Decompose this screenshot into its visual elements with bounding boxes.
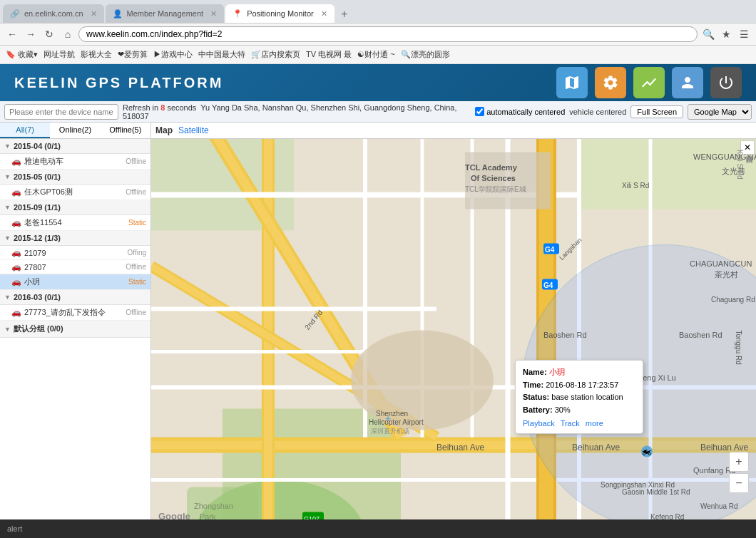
svg-text:Of Sciences: Of Sciences <box>471 174 516 182</box>
bookmark-tv[interactable]: TV 电视网 最 <box>306 49 352 60</box>
tab-member[interactable]: 👤 Member Management ✕ <box>106 4 225 23</box>
back-button[interactable]: ← <box>4 26 20 42</box>
auto-centered-checkbox[interactable] <box>475 107 484 116</box>
popup-time-label: Time: <box>523 381 543 389</box>
device-group-201509: 2015-09 (1/1) 🚗 老爸11554 Static <box>0 200 150 231</box>
map-tabs: Map Satellite <box>151 123 756 139</box>
device-icon-laoba: 🚗 <box>11 218 21 227</box>
header-icons <box>556 67 742 98</box>
bookmark-shop[interactable]: 🛒店内搜索页 <box>251 49 300 60</box>
tab-favicon-eelink: 🔗 <box>10 9 20 19</box>
device-item-renmu[interactable]: 🚗 任木GPT06测 Offline <box>0 185 150 200</box>
google-logo: Google <box>158 511 190 519</box>
popup-more-link[interactable]: more <box>586 419 603 428</box>
search-button[interactable]: 🔍 <box>700 26 716 42</box>
popup-name-label: Name: <box>523 368 547 376</box>
home-button[interactable]: ⌂ <box>60 26 76 42</box>
sidebar-tab-online[interactable]: Online(2) <box>50 123 100 138</box>
tab-positioning[interactable]: 📍 Positioning Monitor ✕ <box>225 4 334 23</box>
device-group-201504: 2015-04 (0/1) 🚗 雅迪电动车 Offline <box>0 139 150 170</box>
bookmark-video[interactable]: 影视大全 <box>81 49 112 60</box>
map-background[interactable]: Langshan Rd Meng Xi Lu Baoshen Rd Baoshe… <box>151 139 756 519</box>
sidebar-tab-all[interactable]: All(7) <box>0 123 50 138</box>
alert-bar: alert <box>0 519 756 538</box>
refresh-button[interactable]: ↻ <box>41 26 57 42</box>
user-icon-button[interactable] <box>672 67 703 98</box>
tab-close-eelink[interactable]: ✕ <box>91 9 97 19</box>
chart-icon-button[interactable] <box>633 67 665 98</box>
bookmark-cn[interactable]: 中中国最大特 <box>198 49 245 60</box>
map-type-select[interactable]: Google Map <box>688 104 752 120</box>
zoom-in-button[interactable]: + <box>729 452 749 472</box>
svg-text:Beihuan Ave: Beihuan Ave <box>700 443 748 452</box>
new-tab-button[interactable]: + <box>336 6 353 23</box>
bookmark-shapes[interactable]: 🔍漂亮的圆形 <box>401 49 450 60</box>
popup-status-row: Status: base station location <box>523 391 635 404</box>
sidebar-tab-offline[interactable]: Offline(5) <box>101 123 150 138</box>
popup-links: Playback Track more <box>523 419 635 428</box>
toolbar-right: automatically centered vehicle centered … <box>475 104 752 120</box>
power-icon-button[interactable] <box>710 67 742 98</box>
svg-text:Baoshen Rd: Baoshen Rd <box>543 331 587 339</box>
bookmark-edit[interactable]: ❤爱剪算 <box>118 49 148 60</box>
vehicle-centered-btn[interactable]: vehicle centered <box>569 108 626 116</box>
tab-close-positioning[interactable]: ✕ <box>321 9 327 19</box>
map-tab-satellite[interactable]: Satellite <box>178 125 209 135</box>
bookmark-games[interactable]: ▶游戏中心 <box>153 49 193 60</box>
device-group-201603: 2016-03 (0/1) 🚗 27773_请勿乱下发指令 Offline <box>0 290 150 321</box>
svg-text:茶光村: 茶光村 <box>715 270 738 279</box>
map-svg: Langshan Rd Meng Xi Lu Baoshen Rd Baoshe… <box>151 139 756 519</box>
device-item-27807[interactable]: 🚗 27807 Offline <box>0 260 150 274</box>
popup-battery-value: 30% <box>555 405 571 414</box>
device-icon-renmu: 🚗 <box>11 187 21 197</box>
popup-track-link[interactable]: Track <box>561 419 580 428</box>
device-name-xiaoyue: 小玥 <box>24 276 126 287</box>
device-item-xiaoyue[interactable]: 🚗 小玥 Static <box>0 274 150 290</box>
device-item-laoba[interactable]: 🚗 老爸11554 Static <box>0 215 150 231</box>
address-bar[interactable] <box>78 26 698 42</box>
star-button[interactable]: ★ <box>718 26 734 42</box>
device-status-laoba: Static <box>128 219 146 227</box>
svg-text:Baoshen Rd: Baoshen Rd <box>679 331 722 339</box>
map-tab-map[interactable]: Map <box>155 125 173 135</box>
group-header-201603[interactable]: 2016-03 (0/1) <box>0 290 150 305</box>
auto-centered-text: automatically centered <box>486 108 565 116</box>
refresh-location: Yu Yang Da Sha, Nanshan Qu, Shenzhen Shi… <box>123 103 456 120</box>
device-item-yadidiandonche[interactable]: 🚗 雅迪电动车 Offline <box>0 154 150 170</box>
device-name-21079: 21079 <box>24 249 125 257</box>
group-header-201512[interactable]: 2015-12 (1/3) <box>0 231 150 246</box>
device-search-input[interactable] <box>4 104 118 120</box>
sidebar: All(7) Online(2) Offline(5) 2015-04 (0/1… <box>0 123 151 519</box>
bookmark-nav[interactable]: 网址导航 <box>44 49 75 60</box>
bookmark-favorites[interactable]: 🔖 收藏▾ <box>6 49 38 60</box>
tab-close-member[interactable]: ✕ <box>210 9 217 19</box>
popup-status-value: base station location <box>551 393 623 401</box>
forward-button[interactable]: → <box>23 26 39 42</box>
svg-point-28 <box>351 331 494 430</box>
group-header-201509[interactable]: 2015-09 (1/1) <box>0 200 150 215</box>
device-icon-yadidiandonche: 🚗 <box>11 157 21 166</box>
bookmark-pay[interactable]: ☯财付通 ~ <box>357 49 394 60</box>
svg-text:CHAGUANGCUN: CHAGUANGCUN <box>690 259 752 268</box>
svg-text:TCL Academy: TCL Academy <box>465 163 518 172</box>
zoom-out-button[interactable]: − <box>729 473 749 493</box>
group-header-default[interactable]: 默认分组 (0/0) <box>0 321 150 338</box>
tab-eelink[interactable]: 🔗 en.eelink.com.cn ✕ <box>3 4 104 23</box>
fullscreen-button[interactable]: Full Screen <box>630 105 683 118</box>
popup-playback-link[interactable]: Playback <box>523 419 555 428</box>
device-item-27773[interactable]: 🚗 27773_请勿乱下发指令 Offline <box>0 305 150 321</box>
settings-icon-button[interactable] <box>595 67 626 98</box>
group-header-201505[interactable]: 2015-05 (0/1) <box>0 170 150 185</box>
map-icon-button[interactable] <box>556 67 588 98</box>
svg-text:🏍: 🏍 <box>641 445 651 457</box>
auto-centered-label[interactable]: automatically centered <box>475 107 565 116</box>
tab-bar: 🔗 en.eelink.com.cn ✕ 👤 Member Management… <box>0 0 756 23</box>
menu-button[interactable]: ☰ <box>736 26 752 42</box>
svg-text:Wenhua Rd: Wenhua Rd <box>700 502 738 510</box>
device-group-201512: 2015-12 (1/3) 🚗 21079 Offing 🚗 27807 Off… <box>0 231 150 290</box>
svg-text:Tonggu Rd: Tonggu Rd <box>735 331 742 365</box>
device-status-renmu: Offline <box>126 188 146 196</box>
group-header-201504[interactable]: 2015-04 (0/1) <box>0 139 150 154</box>
popup-battery-row: Battery: 30% <box>523 404 635 417</box>
device-item-21079[interactable]: 🚗 21079 Offing <box>0 246 150 260</box>
